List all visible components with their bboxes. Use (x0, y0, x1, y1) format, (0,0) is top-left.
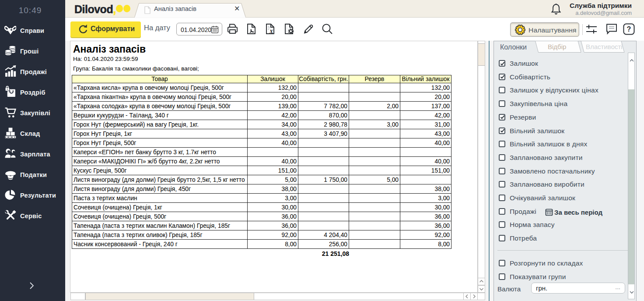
svg-text:Властивості: Властивості (586, 43, 623, 50)
svg-text:X: X (269, 28, 273, 35)
svg-text:?: ? (627, 25, 631, 33)
svg-text:Відбір: Відбір (548, 43, 566, 50)
